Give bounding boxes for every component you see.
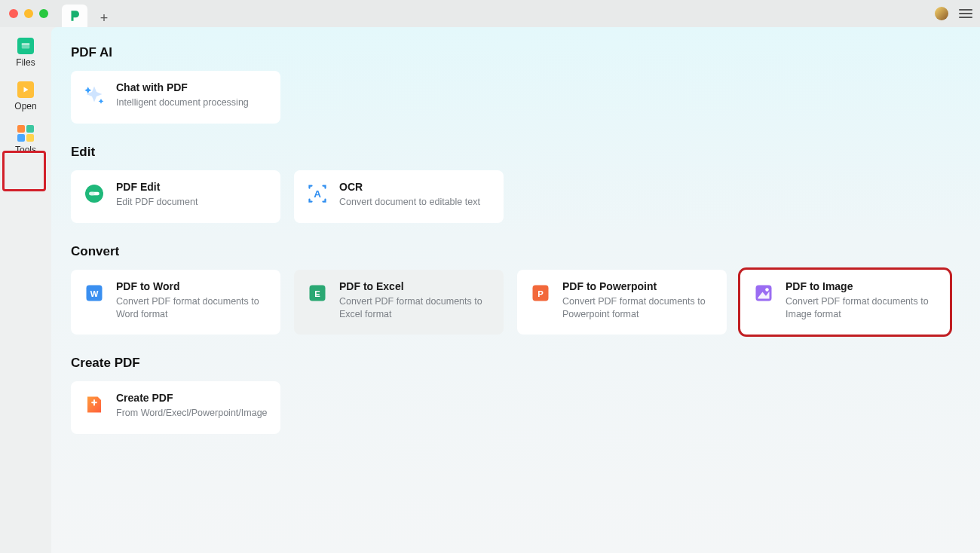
section-heading: Edit: [71, 145, 960, 160]
card-pdf-to-excel[interactable]: E PDF to Excel Convert PDF format docume…: [294, 270, 504, 335]
card-title: OCR: [339, 181, 480, 193]
card-desc: Convert PDF format documents to Word for…: [116, 295, 268, 321]
card-title: PDF to Image: [786, 280, 938, 292]
card-pdf-edit[interactable]: PDF Edit Edit PDF document: [71, 170, 280, 223]
sidebar-item-tools[interactable]: Tools: [7, 125, 44, 155]
card-title: Create PDF: [116, 392, 268, 404]
menu-button[interactable]: [959, 9, 972, 18]
open-icon: [17, 81, 34, 98]
section-heading: Convert: [71, 244, 960, 259]
powerpoint-icon: P: [529, 282, 552, 304]
svg-marker-2: [24, 87, 29, 93]
window-minimize-button[interactable]: [24, 9, 33, 18]
files-icon: [17, 38, 34, 54]
svg-point-18: [765, 288, 769, 292]
card-desc: Intelligent document processing: [116, 96, 249, 109]
card-desc: Edit PDF document: [116, 196, 198, 209]
svg-rect-1: [22, 44, 30, 45]
section-edit: Edit PDF Edit Edit PDF document: [71, 145, 960, 223]
sidebar-item-label: Open: [14, 101, 36, 112]
app-logo-icon: [68, 9, 81, 23]
word-icon: W: [83, 282, 106, 304]
edit-icon: [83, 182, 106, 205]
tools-icon: [17, 125, 34, 142]
svg-text:E: E: [314, 289, 320, 298]
sparkle-icon: [83, 83, 106, 105]
section-convert: Convert W PDF to Word Convert PDF format…: [71, 244, 960, 335]
section-pdf-ai: PDF AI Chat with PDF Intelligent documen…: [71, 45, 960, 124]
card-desc: Convert PDF format documents to Powerpoi…: [562, 295, 715, 321]
svg-text:P: P: [537, 289, 544, 298]
card-title: PDF to Powerpoint: [562, 280, 715, 292]
card-create-pdf[interactable]: Create PDF From Word/Execl/Powerpoint/Im…: [71, 381, 280, 434]
sidebar-item-label: Files: [16, 57, 35, 68]
main-content: PDF AI Chat with PDF Intelligent documen…: [51, 27, 980, 553]
card-title: PDF Edit: [116, 181, 198, 193]
card-ocr[interactable]: A OCR Convert document to editable text: [294, 170, 504, 223]
sidebar-item-open[interactable]: Open: [7, 81, 44, 112]
card-desc: From Word/Execl/Powerpoint/Image: [116, 407, 268, 420]
card-pdf-to-powerpoint[interactable]: P PDF to Powerpoint Convert PDF format d…: [517, 270, 727, 335]
card-desc: Convert document to editable text: [339, 196, 480, 209]
create-pdf-icon: [83, 393, 106, 416]
svg-rect-20: [93, 399, 95, 405]
window-traffic-lights: [9, 9, 48, 18]
card-pdf-to-word[interactable]: W PDF to Word Convert PDF format documen…: [71, 270, 280, 335]
card-desc: Convert PDF format documents to Excel fo…: [339, 295, 492, 321]
excel-icon: E: [306, 282, 329, 304]
ocr-icon: A: [306, 182, 329, 205]
card-desc: Convert PDF format documents to Image fo…: [786, 295, 938, 321]
svg-text:A: A: [314, 188, 321, 200]
card-title: Chat with PDF: [116, 81, 249, 93]
tab-strip: +: [62, 0, 113, 27]
sidebar-tools-highlight: [2, 151, 46, 191]
window-maximize-button[interactable]: [39, 9, 48, 18]
sidebar-item-label: Tools: [15, 145, 36, 155]
window-close-button[interactable]: [9, 9, 18, 18]
card-chat-with-pdf[interactable]: Chat with PDF Intelligent document proce…: [71, 71, 280, 124]
new-tab-button[interactable]: +: [95, 9, 113, 27]
card-title: PDF to Word: [116, 280, 268, 292]
image-icon: [752, 282, 775, 304]
card-title: PDF to Excel: [339, 280, 492, 292]
window-titlebar: +: [0, 0, 980, 27]
svg-marker-5: [99, 99, 104, 104]
svg-rect-8: [89, 192, 95, 196]
card-pdf-to-image[interactable]: PDF to Image Convert PDF format document…: [740, 270, 950, 335]
section-heading: PDF AI: [71, 45, 960, 60]
section-create-pdf: Create PDF Create PDF From Word/Execl/Po…: [71, 356, 960, 434]
sidebar-item-files[interactable]: Files: [7, 38, 44, 68]
user-avatar[interactable]: [935, 7, 948, 20]
svg-text:W: W: [90, 289, 99, 298]
sidebar: Files Open Tools: [0, 27, 51, 553]
tab-home[interactable]: [62, 5, 87, 27]
section-heading: Create PDF: [71, 356, 960, 371]
